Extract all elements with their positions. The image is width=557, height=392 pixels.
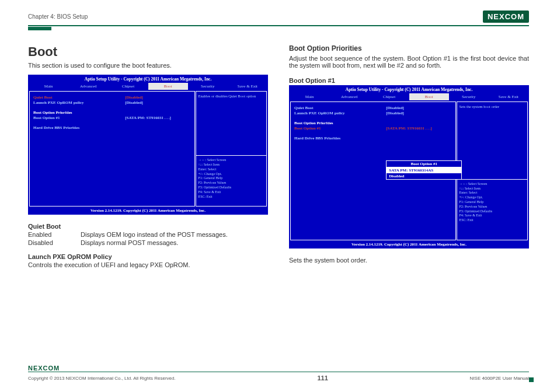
bios-footer: Version 2.14.1219. Copyright (C) 2011 Am… bbox=[29, 207, 267, 214]
bios-item-bo1-r[interactable]: Boot Option #1 bbox=[294, 126, 386, 131]
footer-decor-icon bbox=[529, 377, 534, 382]
qb-enabled-label: Enabled bbox=[28, 231, 81, 238]
bios-tab-security-r[interactable]: Security bbox=[449, 93, 489, 100]
bios-popup: Boot Option #1 SATA PM: ST9160314AS Disa… bbox=[386, 160, 462, 180]
bios-screenshot-left: Aptio Setup Utility - Copyright (C) 2011… bbox=[28, 75, 268, 215]
qb-disabled-label: Disabled bbox=[28, 239, 81, 246]
popup-item-selected[interactable]: SATA PM: ST9160314AS bbox=[387, 167, 461, 173]
bios-item-quietboot-r[interactable]: Quiet Boot bbox=[294, 106, 386, 110]
pxe-desc: Controls the execution of UEFI and legac… bbox=[28, 261, 268, 268]
bios-keys-r: →←: Select Screen↑↓: Select ItemEnter: S… bbox=[457, 180, 528, 240]
popup-item-disabled[interactable]: Disabled bbox=[387, 173, 461, 179]
bios-item-pxe[interactable]: Launch PXE OpROM policy bbox=[33, 100, 125, 105]
bop-heading: Boot Option Priorities bbox=[289, 44, 529, 52]
chapter-label: Chapter 4: BIOS Setup bbox=[28, 13, 88, 20]
nexcom-logo: NEXCOM bbox=[483, 10, 529, 23]
bios-item-hbbs[interactable]: Hard Drive BBS Priorities bbox=[33, 125, 191, 130]
bios-tab-boot[interactable]: Boot bbox=[148, 83, 188, 90]
bios-item-bop: Boot Option Priorities bbox=[33, 110, 191, 115]
bios-help-text: Enables or disables Quiet Boot option bbox=[196, 91, 267, 156]
header-tab bbox=[28, 27, 51, 30]
qb-enabled-desc: Displays OEM logo instead of the POST me… bbox=[81, 231, 228, 238]
popup-title: Boot Option #1 bbox=[387, 161, 461, 167]
bios-tab-advanced[interactable]: Advanced bbox=[68, 83, 108, 90]
bios-item-pxe-r[interactable]: Launch PXE OpROM policy bbox=[294, 111, 386, 116]
qb-disabled-desc: Displays normal POST messages. bbox=[81, 239, 178, 246]
bios-keys: →←: Select Screen↑↓: Select ItemEnter: S… bbox=[196, 156, 267, 206]
section-title-boot: Boot bbox=[28, 44, 268, 60]
bo1-heading: Boot Option #1 bbox=[289, 77, 529, 84]
bo1-after-desc: Sets the system boot order. bbox=[289, 257, 529, 264]
bios-help-text-r: Sets the system boot order bbox=[457, 102, 528, 180]
bios-item-bo1[interactable]: Boot Option #1 bbox=[33, 116, 125, 120]
page-number: 111 bbox=[317, 374, 328, 382]
header-rule bbox=[28, 25, 529, 26]
footer-logo: NEXCOM bbox=[28, 365, 529, 372]
bios-tab-boot-r[interactable]: Boot bbox=[409, 93, 449, 100]
bios-tab-chipset[interactable]: Chipset bbox=[108, 83, 148, 90]
bios-tab-advanced-r[interactable]: Advanced bbox=[329, 93, 369, 100]
bios-item-hbbs-r[interactable]: Hard Drive BBS Priorities bbox=[294, 136, 452, 141]
bios-tab-chipset-r[interactable]: Chipset bbox=[369, 93, 409, 100]
bop-desc: Adjust the boot sequence of the system. … bbox=[289, 55, 529, 69]
footer-rule bbox=[28, 372, 529, 372]
bios-tab-security[interactable]: Security bbox=[188, 83, 228, 90]
footer-manual: NISE 4000P2E User Manual bbox=[470, 376, 529, 381]
bios-tab-saveexit-r[interactable]: Save & Exit bbox=[489, 93, 528, 100]
bios-title-r: Aptio Setup Utility - Copyright (C) 2011… bbox=[290, 86, 528, 93]
bios-tab-saveexit[interactable]: Save & Exit bbox=[228, 83, 267, 90]
bios-tab-main[interactable]: Main bbox=[29, 83, 68, 90]
bios-title: Aptio Setup Utility - Copyright (C) 2011… bbox=[29, 75, 267, 83]
bios-item-bop-r: Boot Option Priorities bbox=[294, 121, 452, 125]
quiet-boot-heading: Quiet Boot bbox=[28, 223, 268, 230]
pxe-heading: Launch PXE OpROM Policy bbox=[28, 253, 268, 260]
bios-screenshot-right: Aptio Setup Utility - Copyright (C) 2011… bbox=[289, 85, 529, 249]
bios-item-quietboot[interactable]: Quiet Boot bbox=[33, 95, 125, 100]
bios-footer-r: Version 2.14.1219. Copyright (C) 2011 Am… bbox=[290, 241, 528, 248]
boot-intro: This section is used to configure the bo… bbox=[28, 62, 268, 69]
bios-tab-main-r[interactable]: Main bbox=[290, 93, 329, 100]
footer-copyright: Copyright © 2013 NEXCOM International Co… bbox=[28, 376, 176, 381]
